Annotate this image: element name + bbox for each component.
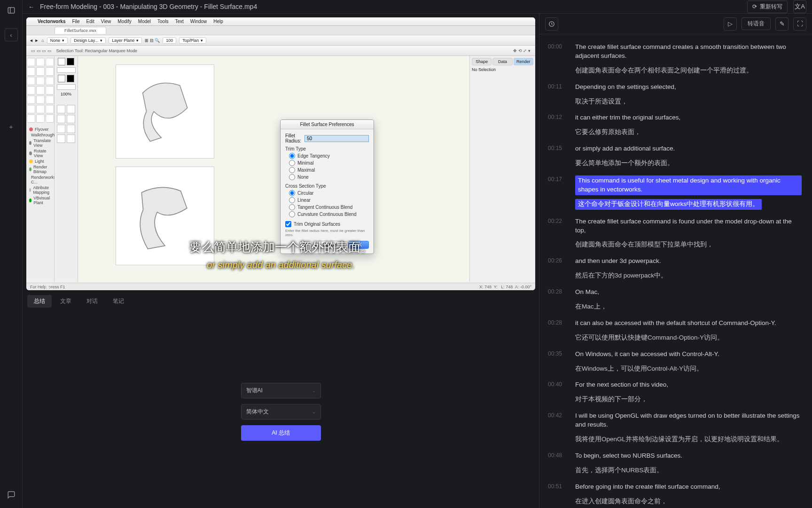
svg-rect-0 xyxy=(8,8,15,13)
chat-icon[interactable] xyxy=(6,489,17,500)
refresh-icon: ⟳ xyxy=(752,3,757,10)
line-cn: 创建圆角表面命令在顶部模型下拉菜单中找到， xyxy=(575,240,802,249)
tab-summary[interactable]: 总结 xyxy=(27,295,52,308)
vw-toolbar: ◄ ►⌂ None▾ Design Lay...▾ Layer Plane▾ ⊞… xyxy=(26,35,535,46)
line-cn: 它要么修剪原始表面， xyxy=(575,128,802,137)
play-icon[interactable]: ▷ xyxy=(724,17,737,31)
topbar: ← Free-form Modeling - 003 - Manipulatin… xyxy=(23,0,812,14)
timestamp: 00:35 xyxy=(548,350,568,373)
chevron-icon: ⌄ xyxy=(312,388,316,393)
line-cn: 在Mac上， xyxy=(575,302,802,311)
timestamp: 00:51 xyxy=(548,483,568,506)
ai-model-select[interactable]: 智谱AI⌄ xyxy=(241,383,321,398)
line-en: Before going into the create fillet surf… xyxy=(575,483,802,492)
timestamp: 00:22 xyxy=(548,217,568,250)
clock-icon[interactable] xyxy=(545,17,558,31)
fillet-radius-input[interactable] xyxy=(304,135,369,142)
sidebar-toggle-icon[interactable] xyxy=(6,5,17,16)
status-bar: For Help, press F1 X: 748 Y: L: 748 A: -… xyxy=(26,283,535,290)
tts-button[interactable]: 转语音 xyxy=(742,17,771,30)
line-cn: 这个命令对于钣金设计和在向量works中处理有机形状很有用。 xyxy=(575,199,762,210)
line-cn: 创建圆角表面命令在两个相邻表面之间创建一个平滑的过渡。 xyxy=(575,66,802,75)
language-select[interactable]: 简体中文⌄ xyxy=(241,404,321,420)
transcript-segment[interactable]: 00:15or simply add an additional surface… xyxy=(546,141,804,172)
tab-article[interactable]: 文章 xyxy=(54,295,78,308)
mode-text: Selection Tool: Rectangular Marquee Mode xyxy=(56,48,137,53)
line-en: and then under 3d powerpack. xyxy=(575,257,802,266)
ai-summary-button[interactable]: AI 总结 xyxy=(241,425,321,441)
line-en: On Mac, xyxy=(575,288,802,297)
transcript-segment[interactable]: 00:26and then under 3d powerpack.然后在下方的3… xyxy=(546,253,804,284)
line-cn: 对于本视频的下一部分， xyxy=(575,395,802,404)
transcript-segment[interactable]: 00:22The create fillet surface command i… xyxy=(546,214,804,254)
line-cn: 我将使用OpenGL并将绘制边缘设置为开启，以更好地说明设置和结果。 xyxy=(575,435,802,444)
transcript-list[interactable]: 00:00The create fillet surface command c… xyxy=(539,34,812,508)
video-player[interactable]: Vectorworks File Edit View Modify Model … xyxy=(26,17,535,290)
timestamp: 00:26 xyxy=(548,257,568,280)
line-en: To begin, select two NURBS surfaces. xyxy=(575,452,802,460)
line-cn: 要么简单地添加一个额外的表面。 xyxy=(575,159,802,168)
subtitle-cn: 要么简单地添加一个额外的表面。 xyxy=(26,239,535,255)
transcript-segment[interactable]: 00:11Depending on the settings selected,… xyxy=(546,79,804,110)
transcript-segment[interactable]: 00:42I will be using OpenGL with draw ed… xyxy=(546,408,804,448)
transcript-segment[interactable]: 00:28it can also be accessed with the de… xyxy=(546,315,804,346)
timestamp: 00:15 xyxy=(548,144,568,168)
line-cn: 它还可以使用默认快捷键Command-Option-Y访问。 xyxy=(575,333,802,342)
tab-notes[interactable]: 笔记 xyxy=(106,295,131,308)
expand-icon[interactable]: ⛶ xyxy=(793,17,806,31)
timestamp: 00:42 xyxy=(548,412,568,444)
line-en: I will be using OpenGL with draw edges t… xyxy=(575,412,802,429)
back-button[interactable]: ← xyxy=(28,3,34,10)
nav-tree: Flyover Walkthrough Translate View Rotat… xyxy=(26,125,54,282)
line-en: or simply add an additional surface. xyxy=(575,144,802,153)
transcript-segment[interactable]: 00:40For the next section of this video,… xyxy=(546,377,804,408)
line-en: The create fillet surface command create… xyxy=(575,43,802,61)
line-cn: 在Windows上，可以使用Control-Alt-Y访问。 xyxy=(575,365,802,373)
transcript-toolbar: ▷ 转语音 ✎ ⛶ xyxy=(539,14,812,34)
transcript-segment[interactable]: 00:48To begin, select two NURBS surfaces… xyxy=(546,448,804,479)
transcript-segment[interactable]: 00:28On Mac,在Mac上， xyxy=(546,284,804,315)
document-tab: FilletSurface.vwx xyxy=(55,27,106,34)
line-cn: 取决于所选设置， xyxy=(575,97,802,106)
timestamp: 00:40 xyxy=(548,381,568,404)
line-cn: 然后在下方的3d powerpack中。 xyxy=(575,271,802,280)
bottom-tabs: 总结 文章 对话 笔记 xyxy=(23,290,539,308)
rewrite-button[interactable]: ⟳重新转写 xyxy=(747,0,788,13)
subtitle-en: or simply add an additional surface. xyxy=(26,260,535,270)
timestamp: 00:28 xyxy=(548,319,568,342)
chevron-icon: ⌄ xyxy=(312,409,316,414)
line-cn: 在进入创建圆角表面命令之前， xyxy=(575,497,802,506)
edit-icon[interactable]: ✎ xyxy=(775,17,789,31)
timestamp: 00:12 xyxy=(548,113,568,137)
transcript-segment[interactable]: 00:35On Windows, it can be accessed with… xyxy=(546,346,804,377)
line-en: it can either trim the original surfaces… xyxy=(575,113,802,122)
transcript-segment[interactable]: 00:00The create fillet surface command c… xyxy=(546,39,804,79)
timestamp: 00:00 xyxy=(548,43,568,75)
line-en: For the next section of this video, xyxy=(575,381,802,389)
line-cn: 首先，选择两个NURBS表面。 xyxy=(575,466,802,475)
tab-dialogue[interactable]: 对话 xyxy=(80,295,104,308)
timestamp: 00:48 xyxy=(548,452,568,475)
line-en: The create fillet surface command is fou… xyxy=(575,217,802,235)
line-en: Depending on the settings selected, xyxy=(575,83,802,92)
add-icon[interactable]: ＋ xyxy=(6,121,17,133)
timestamp: 00:28 xyxy=(548,288,568,311)
line-en: On Windows, it can be accessed with Cont… xyxy=(575,350,802,359)
transcript-segment[interactable]: 00:51Before going into the create fillet… xyxy=(546,479,804,508)
collapse-icon[interactable]: ‹ xyxy=(5,28,18,41)
app-name: Vectorworks xyxy=(38,19,65,24)
line-en: it can also be accessed with the default… xyxy=(575,319,802,328)
page-title: Free-form Modeling - 003 - Manipulating … xyxy=(40,3,257,10)
line-en: This command is useful for sheet metal d… xyxy=(575,175,802,195)
transcript-segment[interactable]: 00:12it can either trim the original sur… xyxy=(546,110,804,141)
left-rail: ‹ ＋ xyxy=(0,0,23,508)
translate-icon[interactable]: 文A xyxy=(793,0,806,13)
fillet-dialog: Fillet Surface Preferences Fillet Radius… xyxy=(280,119,374,254)
dialog-title: Fillet Surface Preferences xyxy=(281,120,374,129)
timestamp: 00:17 xyxy=(548,175,568,210)
transcript-segment[interactable]: 00:17This command is useful for sheet me… xyxy=(546,172,804,214)
mac-menubar: Vectorworks File Edit View Modify Model … xyxy=(26,17,535,26)
ai-controls: 智谱AI⌄ 简体中文⌄ AI 总结 xyxy=(241,383,321,441)
video-frame: Vectorworks File Edit View Modify Model … xyxy=(26,17,535,290)
timestamp: 00:11 xyxy=(548,83,568,106)
